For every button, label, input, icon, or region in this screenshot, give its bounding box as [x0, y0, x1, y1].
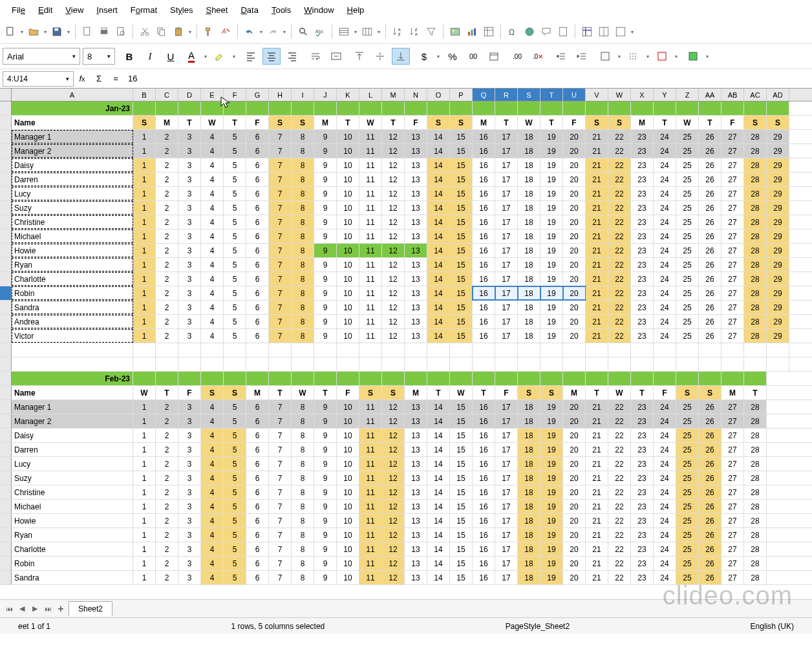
day-cell[interactable]: 21	[586, 301, 608, 314]
day-cell[interactable]: 26	[699, 215, 721, 229]
cell[interactable]	[586, 343, 608, 357]
day-cell[interactable]: 26	[699, 542, 721, 556]
day-cell[interactable]: 15	[450, 443, 473, 456]
day-cell[interactable]: 5	[224, 158, 246, 172]
save-icon[interactable]	[49, 24, 65, 39]
day-cell[interactable]: 5	[224, 400, 246, 414]
cell[interactable]	[495, 343, 518, 357]
day-cell[interactable]: 25	[676, 471, 699, 485]
day-cell[interactable]: 15	[450, 528, 473, 542]
day-cell[interactable]: 19	[540, 244, 563, 257]
row-header[interactable]	[0, 258, 12, 271]
day-cell[interactable]: 24	[654, 301, 676, 314]
day-cell[interactable]: 23	[631, 215, 654, 229]
day-cell[interactable]: 22	[608, 201, 631, 215]
day-cell[interactable]: 24	[654, 471, 676, 485]
day-cell[interactable]: 26	[699, 500, 721, 513]
day-cell[interactable]: 15	[450, 315, 473, 328]
day-cell[interactable]: 8	[292, 130, 314, 144]
cell[interactable]	[767, 343, 789, 357]
name-cell[interactable]: Robin	[12, 557, 133, 570]
day-cell[interactable]: 1	[133, 485, 156, 499]
day-cell[interactable]: 27	[721, 301, 744, 314]
day-cell[interactable]: 12	[382, 258, 405, 271]
day-cell[interactable]: 28	[744, 315, 767, 328]
day-cell[interactable]: 22	[608, 286, 631, 300]
new-doc-icon[interactable]	[3, 24, 18, 39]
cell[interactable]	[292, 357, 314, 371]
day-cell[interactable]: 7	[269, 201, 292, 215]
day-cell[interactable]: 23	[631, 258, 654, 271]
day-cell[interactable]: 14	[427, 500, 450, 513]
day-cell[interactable]: 26	[699, 173, 721, 186]
day-cell[interactable]: 26	[699, 301, 721, 314]
day-cell[interactable]: 27	[721, 173, 744, 186]
day-cell[interactable]: 19	[540, 301, 563, 314]
day-cell[interactable]: 17	[495, 215, 518, 229]
day-cell[interactable]: 15	[450, 542, 473, 556]
day-cell[interactable]: 27	[721, 315, 744, 328]
dow-header[interactable]: S	[224, 386, 246, 399]
day-cell[interactable]: 19	[540, 528, 563, 542]
redo-icon[interactable]	[265, 24, 281, 39]
day-cell[interactable]: 18	[518, 173, 540, 186]
day-cell[interactable]: 22	[608, 215, 631, 229]
day-cell[interactable]: 13	[405, 158, 427, 172]
day-cell[interactable]: 28	[744, 571, 767, 584]
day-cell[interactable]: 18	[518, 500, 540, 513]
day-cell[interactable]: 26	[699, 514, 721, 527]
day-cell[interactable]: 21	[586, 272, 608, 286]
cell[interactable]	[699, 101, 721, 115]
day-cell[interactable]: 17	[495, 301, 518, 314]
day-cell[interactable]: 10	[337, 173, 359, 186]
day-cell[interactable]: 5	[224, 557, 246, 570]
day-cell[interactable]: 5	[224, 173, 246, 186]
day-cell[interactable]: 13	[405, 542, 427, 556]
day-cell[interactable]: 20	[563, 301, 586, 314]
day-cell[interactable]: 25	[676, 514, 699, 527]
day-cell[interactable]: 12	[382, 173, 405, 186]
cell[interactable]	[133, 372, 156, 385]
day-cell[interactable]: 15	[450, 201, 473, 215]
day-cell[interactable]: 2	[156, 144, 178, 158]
column-header-R[interactable]: R	[495, 89, 518, 101]
border-color-icon[interactable]	[653, 48, 671, 65]
name-cell[interactable]: Victor	[12, 329, 133, 343]
day-cell[interactable]: 4	[201, 429, 224, 442]
day-cell[interactable]: 8	[292, 301, 314, 314]
day-cell[interactable]: 5	[224, 144, 246, 158]
day-cell[interactable]: 11	[359, 457, 382, 471]
day-cell[interactable]: 23	[631, 301, 654, 314]
day-cell[interactable]: 3	[178, 258, 201, 271]
day-cell[interactable]: 10	[337, 542, 359, 556]
day-cell[interactable]: 18	[518, 215, 540, 229]
day-cell[interactable]: 8	[292, 485, 314, 499]
day-cell[interactable]: 21	[586, 429, 608, 442]
tab-first-icon[interactable]: ⏮	[4, 605, 14, 613]
day-cell[interactable]: 14	[427, 258, 450, 271]
day-cell[interactable]: 19	[540, 286, 563, 300]
dow-header[interactable]: M	[473, 116, 495, 129]
day-cell[interactable]: 28	[744, 500, 767, 513]
day-cell[interactable]: 5	[224, 272, 246, 286]
day-cell[interactable]: 23	[631, 414, 654, 428]
day-cell[interactable]: 14	[427, 144, 450, 158]
day-cell[interactable]: 21	[586, 443, 608, 456]
row-header[interactable]	[0, 429, 12, 442]
day-cell[interactable]: 28	[744, 514, 767, 527]
day-cell[interactable]: 12	[382, 315, 405, 328]
remove-decimal-icon[interactable]: .0✕	[529, 48, 547, 65]
day-cell[interactable]: 6	[246, 229, 269, 243]
day-cell[interactable]: 13	[405, 229, 427, 243]
day-cell[interactable]: 24	[654, 272, 676, 286]
column-header-E[interactable]: E	[201, 89, 224, 101]
day-cell[interactable]: 2	[156, 286, 178, 300]
cell[interactable]	[744, 357, 767, 371]
day-cell[interactable]: 6	[246, 272, 269, 286]
day-cell[interactable]: 20	[563, 201, 586, 215]
day-cell[interactable]: 20	[563, 400, 586, 414]
day-cell[interactable]: 1	[133, 229, 156, 243]
day-cell[interactable]: 17	[495, 514, 518, 527]
day-cell[interactable]: 11	[359, 571, 382, 584]
day-cell[interactable]: 27	[721, 229, 744, 243]
